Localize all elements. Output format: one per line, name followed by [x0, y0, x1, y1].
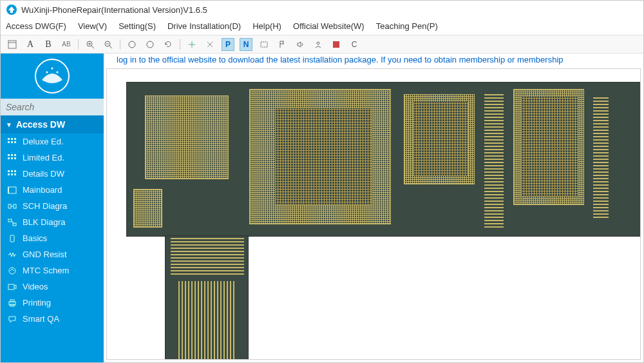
svg-rect-30 — [11, 154, 13, 156]
sidebar-item-gnd-resist[interactable]: GND Resist — [1, 246, 104, 262]
menu-view[interactable]: View(V) — [78, 21, 107, 31]
menu-official-website[interactable]: Official Website(W) — [293, 21, 365, 31]
svg-rect-51 — [8, 284, 14, 289]
toolbar-p-button[interactable]: P — [222, 38, 234, 51]
sidebar-item-smart-qa[interactable]: Smart QA — [1, 311, 104, 327]
toolbar-a-button[interactable]: A — [24, 38, 37, 51]
section-title: Access DW — [16, 119, 65, 130]
toolbar-n-button[interactable]: N — [240, 38, 252, 51]
svg-rect-37 — [14, 170, 16, 172]
chat-icon — [7, 315, 17, 324]
sidebar-item-sch-diagram[interactable]: SCH Diagra — [1, 198, 104, 214]
circle-icon — [7, 266, 17, 275]
sidebar-item-blk-diagram[interactable]: BLK Diagra — [1, 214, 104, 230]
svg-rect-53 — [10, 300, 14, 302]
svg-rect-32 — [8, 157, 10, 159]
sidebar-item-mtc-schem[interactable]: MTC Schem — [1, 262, 104, 279]
pcb-canvas[interactable] — [106, 68, 641, 360]
menu-drive-installation[interactable]: Drive Installation(D) — [167, 21, 241, 31]
sidebar-item-label: SCH Diagra — [23, 201, 67, 211]
svg-rect-27 — [11, 141, 13, 143]
sidebar: ▼ Access DW Deluxe Ed. Limited Ed. Detai… — [1, 54, 104, 362]
sidebar-section-access-dw[interactable]: ▼ Access DW — [1, 115, 104, 133]
toolbar-separator — [180, 39, 180, 50]
toolbar-separator — [78, 39, 79, 50]
phone-icon — [7, 234, 17, 243]
circle-tool2-icon[interactable] — [144, 38, 156, 51]
pcb-tail — [165, 235, 249, 360]
app-window: WuXinji-PhoneRepair(International Versio… — [0, 0, 644, 363]
circle-tool-icon[interactable] — [126, 38, 138, 51]
toolbar-b-button[interactable]: B — [42, 38, 55, 51]
sidebar-item-printing[interactable]: Printing — [1, 295, 104, 311]
svg-rect-40 — [14, 173, 16, 175]
titlebar: WuXinji-PhoneRepair(International Versio… — [1, 1, 643, 19]
sidebar-item-label: Details DW — [23, 169, 64, 179]
svg-rect-43 — [8, 204, 11, 208]
toolbar-ab-button[interactable]: AB — [60, 38, 73, 51]
svg-rect-39 — [11, 173, 13, 175]
person-icon[interactable] — [312, 38, 325, 51]
svg-rect-25 — [14, 138, 16, 140]
video-icon — [7, 282, 17, 291]
sidebar-item-videos[interactable]: Videos — [1, 279, 104, 295]
sidebar-item-limited[interactable]: Limited Ed. — [1, 150, 104, 166]
stop-icon[interactable] — [330, 38, 343, 51]
crosshair-icon[interactable] — [185, 38, 198, 51]
close-tool-icon[interactable] — [204, 38, 216, 51]
sidebar-item-label: GND Resist — [23, 250, 67, 259]
block-icon — [7, 218, 17, 227]
sidebar-item-label: MTC Schem — [23, 266, 69, 275]
toolbar: A B AB P N C — [1, 35, 643, 54]
sidebar-item-basics[interactable]: Basics — [1, 230, 104, 246]
svg-rect-26 — [8, 141, 10, 143]
search-container — [1, 99, 104, 115]
resist-icon — [7, 250, 17, 259]
menu-access-dwg[interactable]: Access DWG(F) — [6, 21, 66, 31]
menu-setting[interactable]: Setting(S) — [118, 21, 156, 31]
grid-icon — [7, 137, 17, 146]
menubar: Access DWG(F) View(V) Setting(S) Drive I… — [1, 19, 643, 35]
sidebar-item-label: Basics — [23, 233, 47, 243]
svg-rect-35 — [8, 170, 10, 172]
speaker-icon[interactable] — [294, 38, 307, 51]
svg-rect-28 — [14, 141, 16, 143]
svg-line-8 — [109, 46, 112, 48]
grid-icon — [7, 170, 17, 179]
svg-rect-41 — [8, 187, 16, 193]
toolbar-expand-icon[interactable] — [6, 38, 19, 51]
toolbar-separator — [120, 39, 120, 50]
svg-point-21 — [57, 72, 59, 74]
zoom-out-icon[interactable] — [102, 38, 115, 51]
sidebar-item-label: Videos — [23, 282, 48, 291]
svg-point-11 — [147, 41, 153, 48]
rect-select-icon[interactable] — [258, 38, 270, 51]
schematic-icon — [7, 202, 17, 211]
svg-point-10 — [129, 41, 135, 48]
svg-rect-49 — [10, 235, 14, 242]
print-icon — [7, 299, 17, 308]
main-panel: log in to the official website to downlo… — [104, 54, 643, 362]
zoom-in-icon[interactable] — [84, 38, 97, 51]
notice-banner: log in to the official website to downlo… — [104, 54, 643, 66]
svg-rect-24 — [11, 138, 13, 140]
svg-point-22 — [52, 68, 53, 70]
search-input[interactable] — [1, 99, 104, 115]
sidebar-item-mainboard[interactable]: Mainboard — [1, 182, 104, 198]
svg-rect-1 — [8, 41, 16, 48]
svg-point-20 — [46, 72, 48, 74]
window-title: WuXinji-PhoneRepair(International Versio… — [21, 5, 207, 15]
svg-rect-33 — [11, 157, 13, 159]
sidebar-item-label: Smart QA — [23, 314, 59, 324]
toolbar-c-button[interactable]: C — [348, 38, 361, 51]
svg-line-4 — [91, 46, 94, 48]
menu-teaching-pen[interactable]: Teaching Pen(P) — [376, 21, 438, 31]
refresh-icon[interactable] — [162, 38, 175, 51]
menu-help[interactable]: Help(H) — [252, 21, 281, 31]
svg-rect-34 — [14, 157, 16, 159]
sidebar-item-details[interactable]: Details DW — [1, 166, 104, 182]
flag-icon[interactable] — [276, 38, 289, 51]
sidebar-item-deluxe[interactable]: Deluxe Ed. — [1, 133, 104, 150]
sidebar-logo — [1, 54, 104, 99]
body-area: ▼ Access DW Deluxe Ed. Limited Ed. Detai… — [1, 54, 643, 362]
